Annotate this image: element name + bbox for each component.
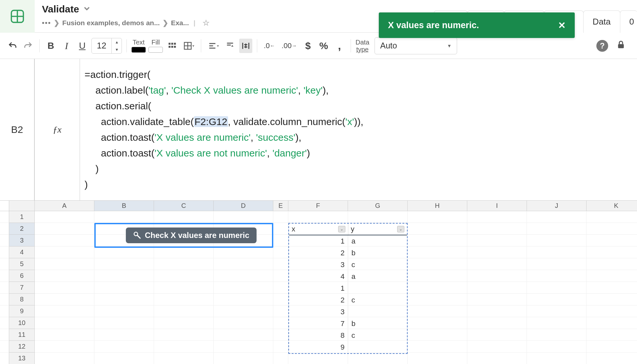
table-header-y[interactable]: y⌄ bbox=[348, 224, 407, 235]
cell[interactable] bbox=[288, 353, 348, 364]
cell[interactable] bbox=[467, 341, 527, 353]
cell[interactable] bbox=[527, 341, 587, 353]
cell[interactable] bbox=[587, 317, 637, 329]
cell[interactable] bbox=[527, 258, 587, 270]
fill-color-button[interactable] bbox=[148, 47, 163, 53]
cell[interactable] bbox=[408, 305, 467, 317]
cell[interactable] bbox=[35, 258, 94, 270]
cell[interactable] bbox=[214, 246, 273, 258]
cell[interactable] bbox=[94, 211, 154, 223]
cell[interactable] bbox=[154, 270, 214, 282]
data-type-select[interactable]: Auto ▼ bbox=[375, 37, 457, 54]
cell[interactable] bbox=[214, 317, 273, 329]
chevron-down-icon[interactable]: ⌄ bbox=[338, 226, 345, 232]
font-size-down-icon[interactable]: ▾ bbox=[112, 46, 122, 53]
table-cell[interactable]: b bbox=[348, 318, 407, 330]
action-trigger-button[interactable]: Check X values are numeric bbox=[126, 228, 257, 243]
row-header-9[interactable]: 9 bbox=[9, 305, 35, 317]
col-header-K[interactable]: K bbox=[587, 201, 637, 211]
cell[interactable] bbox=[527, 294, 587, 305]
cell[interactable] bbox=[94, 341, 154, 353]
cell[interactable] bbox=[273, 246, 288, 258]
cell[interactable] bbox=[587, 235, 637, 246]
table-row[interactable]: 4a bbox=[289, 271, 407, 282]
app-logo[interactable] bbox=[0, 0, 35, 33]
breadcrumb-root[interactable]: ••• bbox=[42, 19, 51, 27]
cell[interactable] bbox=[35, 305, 94, 317]
cell[interactable] bbox=[467, 270, 527, 282]
cell[interactable] bbox=[587, 270, 637, 282]
row-header-5[interactable]: 5 bbox=[9, 258, 35, 270]
table-cell[interactable]: c bbox=[348, 259, 407, 271]
cell[interactable] bbox=[587, 282, 637, 294]
cell[interactable] bbox=[273, 211, 288, 223]
cell[interactable] bbox=[94, 305, 154, 317]
cell[interactable] bbox=[527, 235, 587, 246]
cell[interactable] bbox=[527, 353, 587, 364]
cell[interactable] bbox=[273, 270, 288, 282]
row-header-13[interactable]: 13 bbox=[9, 353, 35, 364]
cell[interactable] bbox=[527, 282, 587, 294]
table-cell[interactable]: b bbox=[348, 247, 407, 259]
cell[interactable] bbox=[35, 282, 94, 294]
cell[interactable] bbox=[408, 235, 467, 246]
cell[interactable] bbox=[35, 294, 94, 305]
cell[interactable] bbox=[214, 294, 273, 305]
cell[interactable] bbox=[467, 353, 527, 364]
cell[interactable] bbox=[527, 246, 587, 258]
cell[interactable] bbox=[214, 211, 273, 223]
row-header-11[interactable]: 11 bbox=[9, 329, 35, 341]
row-header-4[interactable]: 4 bbox=[9, 246, 35, 258]
cell[interactable] bbox=[408, 211, 467, 223]
table-header-x[interactable]: x⌄ bbox=[289, 224, 348, 235]
cell[interactable] bbox=[214, 329, 273, 341]
cell[interactable] bbox=[273, 258, 288, 270]
cell[interactable] bbox=[35, 246, 94, 258]
breadcrumb-last[interactable]: Exa... bbox=[171, 19, 189, 27]
cell[interactable] bbox=[154, 211, 214, 223]
font-size-input[interactable]: 12 ▴▾ bbox=[91, 38, 122, 54]
cell[interactable] bbox=[154, 341, 214, 353]
cell[interactable] bbox=[467, 246, 527, 258]
cell[interactable] bbox=[408, 353, 467, 364]
cell[interactable] bbox=[587, 353, 637, 364]
cell[interactable] bbox=[467, 282, 527, 294]
cell[interactable] bbox=[467, 294, 527, 305]
cell[interactable] bbox=[408, 282, 467, 294]
table-row[interactable]: 7b bbox=[289, 318, 407, 330]
cell[interactable] bbox=[348, 211, 408, 223]
increase-decimal-button[interactable]: .00→ bbox=[280, 39, 299, 53]
cell[interactable] bbox=[408, 294, 467, 305]
cell[interactable] bbox=[273, 223, 288, 235]
cell[interactable] bbox=[273, 305, 288, 317]
cell[interactable] bbox=[587, 211, 637, 223]
font-size-value[interactable]: 12 bbox=[92, 41, 111, 51]
cell[interactable] bbox=[154, 294, 214, 305]
cell[interactable] bbox=[214, 305, 273, 317]
cell[interactable] bbox=[288, 211, 348, 223]
cell[interactable] bbox=[94, 246, 154, 258]
cell[interactable] bbox=[94, 353, 154, 364]
cell[interactable] bbox=[408, 317, 467, 329]
row-header-7[interactable]: 7 bbox=[9, 282, 35, 294]
cell[interactable] bbox=[587, 223, 637, 235]
cell[interactable] bbox=[154, 246, 214, 258]
row-header-3[interactable]: 3 bbox=[9, 235, 35, 246]
wrap-button[interactable] bbox=[239, 39, 252, 53]
cell[interactable] bbox=[35, 270, 94, 282]
cell[interactable] bbox=[214, 270, 273, 282]
cell[interactable] bbox=[467, 317, 527, 329]
cell[interactable] bbox=[35, 317, 94, 329]
borders-button[interactable]: ▾ bbox=[181, 39, 196, 53]
cell[interactable] bbox=[273, 317, 288, 329]
cell[interactable] bbox=[273, 329, 288, 341]
cell[interactable] bbox=[587, 246, 637, 258]
cell[interactable] bbox=[467, 305, 527, 317]
cell[interactable] bbox=[408, 258, 467, 270]
row-header-1[interactable]: 1 bbox=[9, 211, 35, 223]
cell[interactable] bbox=[273, 282, 288, 294]
cell[interactable] bbox=[273, 235, 288, 246]
cell[interactable] bbox=[408, 270, 467, 282]
cell[interactable] bbox=[467, 223, 527, 235]
cell[interactable] bbox=[94, 258, 154, 270]
